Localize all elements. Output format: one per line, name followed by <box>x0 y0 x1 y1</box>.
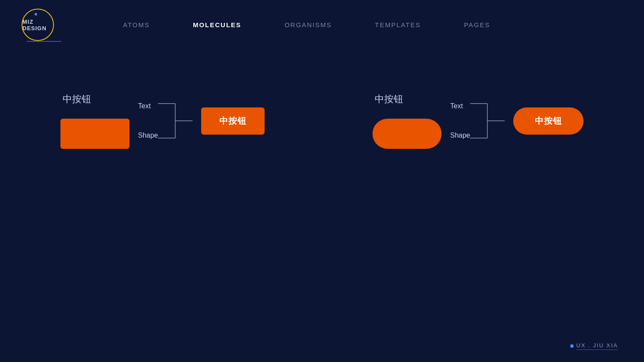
logo-circle: MIZ DESIGN <box>22 9 54 41</box>
molecule-label-2: 中按钮 <box>373 93 403 106</box>
result-button-pill[interactable]: 中按钮 <box>513 107 584 135</box>
main-content: 中按钮 Text Shape 中按钮 <box>0 93 644 149</box>
logo-text: MIZ DESIGN <box>22 19 53 31</box>
credit-text: UX . JIU XIA <box>576 342 618 350</box>
nav-molecules[interactable]: MOLECULES <box>193 21 241 28</box>
nav-pages[interactable]: PAGES <box>464 21 490 28</box>
connector-area-2: Text Shape <box>450 93 505 149</box>
bracket-svg-1 <box>158 93 193 149</box>
shape-label-1: Shape <box>138 132 158 139</box>
diagram-rect-left: 中按钮 <box>60 93 129 149</box>
header: MIZ DESIGN ATOMS MOLECULES ORGANISMS TEM… <box>0 0 644 50</box>
footer-credit: UX . JIU XIA <box>570 342 618 350</box>
result-button-rect[interactable]: 中按钮 <box>201 107 265 135</box>
bracket-svg-2 <box>470 93 505 149</box>
shape-rect-atom <box>60 119 129 149</box>
text-label-1: Text <box>138 102 158 110</box>
footer-dot <box>570 344 574 348</box>
molecule-label-1: 中按钮 <box>60 93 91 106</box>
shape-pill-atom <box>373 119 442 149</box>
logo[interactable]: MIZ DESIGN <box>22 9 54 41</box>
diagram-pill-left: 中按钮 <box>373 93 442 149</box>
logo-underline <box>27 41 61 42</box>
nav-templates[interactable]: TEMPLATES <box>375 21 421 28</box>
nav-atoms[interactable]: ATOMS <box>123 21 150 28</box>
labels-col-2: Text Shape <box>450 102 470 139</box>
nav-organisms[interactable]: ORGANISMS <box>284 21 332 28</box>
labels-col-1: Text Shape <box>138 102 158 139</box>
text-label-2: Text <box>450 102 470 110</box>
logo-dot <box>35 13 37 16</box>
diagram-pill: 中按钮 Text Shape 中按钮 <box>373 93 584 149</box>
diagram-rect: 中按钮 Text Shape 中按钮 <box>60 93 265 149</box>
shape-label-2: Shape <box>450 132 470 139</box>
main-nav: ATOMS MOLECULES ORGANISMS TEMPLATES PAGE… <box>123 21 490 28</box>
connector-area-1: Text Shape <box>138 93 193 149</box>
